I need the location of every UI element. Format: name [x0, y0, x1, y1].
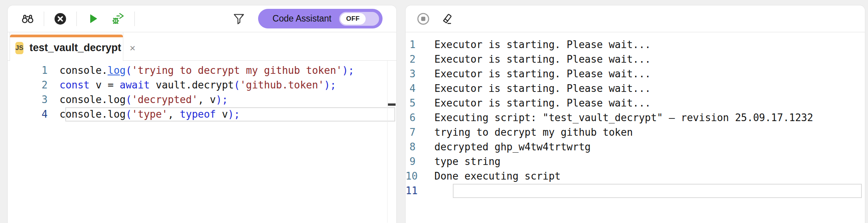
clear-console-button[interactable] [439, 10, 456, 27]
console-text: Executor is starting. Please wait... [434, 96, 651, 110]
editor-scrollbar-thumb[interactable] [388, 103, 396, 106]
editor-panel: Code Assistant OFF JS test_vault_decrypt… [8, 5, 396, 223]
console-line-number: 2 [406, 52, 434, 67]
console-line: 10Done executing script [406, 169, 865, 183]
binoculars-icon [21, 12, 35, 26]
close-x-icon[interactable]: × [129, 43, 135, 53]
funnel-icon [232, 12, 245, 25]
search-button[interactable] [19, 10, 36, 27]
code-text: const v = await vault.decrypt('github.to… [60, 78, 336, 92]
console-text: Executor is starting. Please wait... [434, 37, 651, 52]
console-text: Done executing script [434, 169, 561, 183]
console-line: 5Executor is starting. Please wait... [406, 96, 865, 110]
console-toolbar [406, 5, 865, 32]
code-line[interactable]: 2const v = await vault.decrypt('github.t… [8, 78, 396, 92]
toggle-track[interactable]: OFF [339, 12, 379, 26]
eraser-icon [441, 12, 454, 25]
code-text: console.log('type', typeof v); [60, 107, 240, 121]
bug-arrow-icon [111, 12, 125, 26]
console-line-number: 3 [406, 67, 434, 81]
code-assistant-label: Code Assistant [273, 13, 331, 24]
toggle-knob: OFF [340, 13, 366, 25]
console-text: Executor is starting. Please wait... [434, 52, 651, 67]
x-circle-icon [53, 12, 67, 26]
run-button[interactable] [84, 10, 101, 27]
console-line-number: 5 [406, 96, 434, 110]
console-line-number: 8 [406, 140, 434, 154]
editor-scroll-gutter [387, 61, 388, 223]
console-line: 3Executor is starting. Please wait... [406, 67, 865, 81]
code-editor[interactable]: 1console.log('trying to decrypt my githu… [8, 61, 396, 223]
console-line: 2Executor is starting. Please wait... [406, 52, 865, 67]
console-line: 4Executor is starting. Please wait... [406, 81, 865, 96]
console-line-number: 7 [406, 125, 434, 140]
stop-circle-icon [416, 12, 430, 26]
console-line-number: 9 [406, 154, 434, 169]
tab-title: test_vault_decrypt [30, 42, 121, 54]
console-text: trying to decrypt my github token [434, 125, 633, 140]
code-line[interactable]: 1console.log('trying to decrypt my githu… [8, 63, 396, 78]
line-number[interactable]: 2 [8, 78, 60, 92]
console-line: 9type string [406, 154, 865, 169]
console-line-number: 1 [406, 37, 434, 52]
console-text: decrypted ghp_w4tw4trtwrtg [434, 140, 591, 154]
console-line-number: 4 [406, 81, 434, 96]
code-assistant-toggle[interactable]: Code Assistant OFF [258, 9, 383, 28]
console-line-number: 6 [406, 110, 434, 125]
console-text: type string [434, 154, 500, 169]
stop-output-button[interactable] [415, 10, 432, 27]
console-text: Executor is starting. Please wait... [434, 67, 651, 81]
filter-button[interactable] [230, 10, 247, 27]
editor-toolbar: Code Assistant OFF [8, 5, 396, 32]
play-icon [86, 12, 99, 25]
toolbar-separator [44, 12, 44, 26]
line-number[interactable]: 4 [8, 107, 60, 121]
line-number[interactable]: 3 [8, 92, 60, 107]
toolbar-separator [76, 12, 77, 26]
toolbar-separator [134, 12, 135, 26]
console-output: 1Executor is starting. Please wait...2Ex… [406, 32, 865, 198]
code-line[interactable]: 3console.log('decrypted', v); [8, 92, 396, 107]
console-text: Executing script: "test_vault_decrypt" –… [434, 110, 813, 125]
console-current-line-highlight [453, 184, 862, 198]
console-line-number: 10 [406, 169, 434, 183]
stop-script-button[interactable] [52, 10, 69, 27]
console-line: 8decrypted ghp_w4tw4trtwrtg [406, 140, 865, 154]
console-text: Executor is starting. Please wait... [434, 81, 651, 96]
console-line: 11 [406, 183, 865, 198]
active-tab-accent [10, 35, 123, 37]
console-line: 6Executing script: "test_vault_decrypt" … [406, 110, 865, 125]
console-panel: 1Executor is starting. Please wait...2Ex… [406, 5, 865, 223]
js-file-icon: JS [15, 42, 23, 54]
tab-strip: JS test_vault_decrypt × [8, 32, 396, 61]
code-text: console.log('decrypted', v); [60, 92, 228, 107]
debug-button[interactable] [110, 10, 127, 27]
line-number[interactable]: 1 [8, 63, 60, 78]
code-line[interactable]: 4console.log('type', typeof v); [8, 107, 396, 121]
console-line: 7trying to decrypt my github token [406, 125, 865, 140]
console-line-number: 11 [406, 183, 434, 198]
console-line: 1Executor is starting. Please wait... [406, 37, 865, 52]
tab-test-vault-decrypt[interactable]: JS test_vault_decrypt × [10, 32, 123, 61]
code-text: console.log('trying to decrypt my github… [60, 63, 354, 78]
